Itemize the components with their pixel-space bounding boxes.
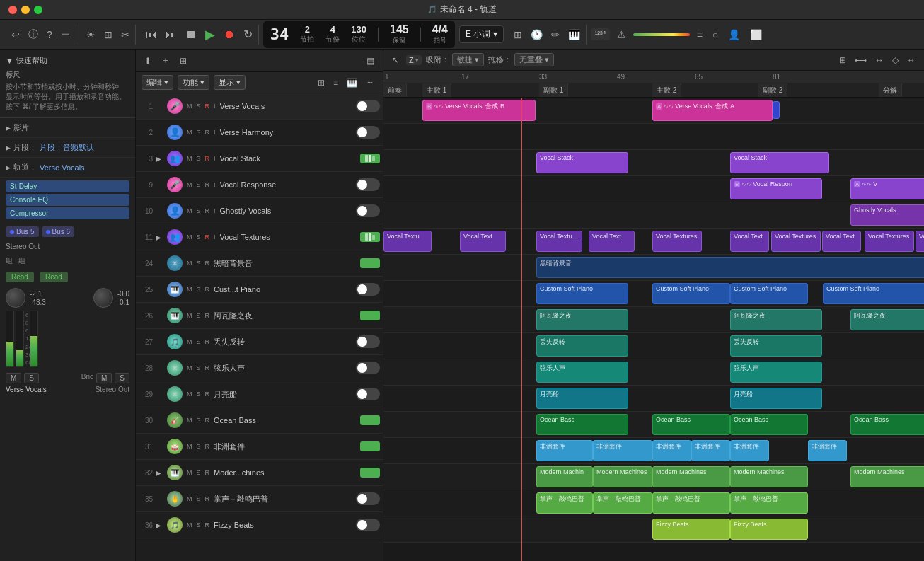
wave-button[interactable]: ～	[363, 75, 377, 90]
mute-btn-9[interactable]: M	[185, 180, 194, 189]
clip-africa-5[interactable]: 非洲套件	[730, 440, 769, 461]
clip-modern-2[interactable]: Modern Machines	[593, 466, 652, 487]
track-toggle-1[interactable]	[356, 100, 380, 112]
clip-string-voice-1[interactable]: 弦乐人声	[536, 362, 628, 383]
clip-fizzy-1[interactable]: Fizzy Beats	[652, 519, 730, 540]
mute-btn-32[interactable]: M	[185, 468, 194, 477]
pencil-icon[interactable]: ✏	[548, 28, 562, 42]
clip-vocal-response-2[interactable]: A ∿∿ V	[850, 178, 924, 199]
clip-lost-reverse-1[interactable]: 丢失反转	[536, 335, 628, 357]
solo-btn-29[interactable]: S	[195, 390, 202, 398]
clip-africa-4[interactable]: 非洲套件	[691, 440, 730, 461]
mute-btn-2[interactable]: M	[185, 128, 194, 137]
clip-clap-1[interactable]: 掌声－敲鸣巴普	[536, 492, 593, 514]
solo-btn-25[interactable]: S	[195, 285, 202, 294]
track-toggle-2[interactable]	[356, 126, 380, 139]
input-btn-11[interactable]: I	[212, 233, 217, 241]
forward-button[interactable]: ⏭	[163, 27, 180, 42]
clip-moon-ship-1[interactable]: 月亮船	[536, 388, 628, 409]
clip-clap-4[interactable]: 掌声－敲鸣巴普	[730, 492, 808, 514]
clip-modern-3[interactable]: Modern Machines	[652, 466, 730, 487]
clip-vocal-stack-1[interactable]: Vocal Stack	[536, 152, 628, 173]
list-icon[interactable]: ≡	[694, 28, 705, 42]
clip-africa-2[interactable]: 非洲套件	[593, 440, 652, 461]
piano-icon[interactable]: 🎹	[565, 28, 583, 42]
mute-btn-28[interactable]: M	[185, 364, 194, 372]
track-toggle-28[interactable]	[356, 362, 380, 374]
clip-africa-6[interactable]: 非洲套件	[808, 440, 847, 461]
clip-avalon-3[interactable]: 阿瓦隆之夜	[850, 309, 924, 330]
clip-ocean-bass-1[interactable]: Ocean Bass	[536, 414, 628, 435]
mute-btn-27[interactable]: M	[185, 337, 194, 346]
clip-clap-3[interactable]: 掌声－敲鸣巴普	[652, 492, 730, 514]
zoom-reset-button[interactable]: ◇	[889, 54, 901, 66]
clip-ocean-bass-2[interactable]: Ocean Bass	[652, 414, 730, 435]
scissors-icon[interactable]: ✂	[118, 28, 132, 42]
clip-modern-4[interactable]: Modern Machines	[730, 466, 808, 487]
record-btn-30[interactable]: R	[204, 416, 212, 424]
solo-btn-28[interactable]: S	[195, 364, 202, 372]
record-btn-2[interactable]: R	[204, 128, 212, 137]
track-toggle-25[interactable]	[356, 283, 380, 296]
scroll-button[interactable]: ↔	[904, 54, 918, 66]
brightness-icon[interactable]: ☀	[83, 28, 98, 42]
track-toggle-35[interactable]	[356, 492, 380, 505]
clip-vocal-textures-1[interactable]: Vocal Textu	[383, 231, 432, 252]
functions-dropdown[interactable]: 功能 ▾	[178, 75, 209, 90]
warning-icon[interactable]: ⚠	[614, 28, 629, 42]
stop-button[interactable]: ⏹	[183, 27, 200, 42]
record-btn-10[interactable]: R	[204, 207, 212, 215]
clip-vocal-textures-5[interactable]: Vocal Textures	[652, 231, 702, 252]
input-btn-3[interactable]: I	[212, 154, 217, 163]
mute-btn-30[interactable]: M	[185, 416, 194, 424]
record-button[interactable]: ⏺	[221, 27, 238, 42]
solo-btn-30[interactable]: S	[195, 416, 202, 424]
solo-btn-2[interactable]: S	[195, 128, 202, 137]
clip-vocal-textures-10[interactable]: Vocal Text	[916, 231, 924, 252]
record-btn-24[interactable]: R	[204, 259, 212, 267]
record-btn-1[interactable]: R	[204, 102, 212, 110]
loop-button[interactable]: ↻	[241, 26, 255, 42]
clip-string-voice-2[interactable]: 弦乐人声	[730, 362, 822, 383]
quick-help-title[interactable]: ▼ 快速帮助	[6, 55, 129, 66]
record-btn-9[interactable]: R	[204, 180, 212, 189]
window-controls[interactable]	[8, 6, 42, 14]
volume-slider[interactable]	[633, 33, 690, 36]
drag-value[interactable]: 无重叠 ▾	[514, 53, 554, 66]
search-icon[interactable]: ○	[710, 28, 721, 42]
track-view-button[interactable]: ▤	[364, 54, 377, 67]
record-btn-25[interactable]: R	[204, 285, 212, 294]
key-display[interactable]: E 小调 ▾	[459, 25, 504, 43]
mute-button-1[interactable]: M	[6, 373, 21, 383]
segment-section[interactable]: ▶ 片段：片段：音频默认	[0, 138, 135, 158]
clip-piano-3[interactable]: Custom Soft Piano	[730, 283, 808, 304]
clip-africa-3[interactable]: 非洲套件	[652, 440, 691, 461]
info-icon[interactable]: ⓘ	[25, 27, 41, 42]
mute-btn-24[interactable]: M	[185, 259, 194, 267]
clip-clap-2[interactable]: 掌声－敲鸣巴普	[593, 492, 652, 514]
solo-btn-10[interactable]: S	[195, 207, 202, 215]
editors-dropdown[interactable]: 编辑 ▾	[142, 75, 173, 90]
view-dropdown[interactable]: 显示 ▾	[214, 75, 246, 90]
track-toggle-27[interactable]	[356, 335, 380, 348]
mute-btn-31[interactable]: M	[185, 442, 194, 451]
plugin-st-delay[interactable]: St-Delay	[6, 180, 129, 192]
zoom-out-button[interactable]: ↔	[872, 54, 887, 66]
clip-verse-vocals-2[interactable]: A ∿∿ Verse Vocals: 合成 A	[652, 100, 773, 121]
solo-btn-26[interactable]: S	[195, 311, 202, 320]
mute-btn-26[interactable]: M	[185, 311, 194, 320]
mute-btn-1[interactable]: M	[185, 102, 194, 110]
plugin-compressor[interactable]: Compressor	[6, 207, 129, 219]
mute-btn-25[interactable]: M	[185, 285, 194, 294]
input-btn-2[interactable]: I	[212, 128, 217, 137]
clip-piano-1[interactable]: Custom Soft Piano	[536, 283, 628, 304]
solo-btn-3[interactable]: S	[195, 154, 202, 163]
solo-button-1[interactable]: S	[24, 373, 39, 383]
maximize-button[interactable]	[34, 6, 42, 14]
mute-btn-10[interactable]: M	[185, 207, 194, 215]
clip-vocal-textures-3[interactable]: Vocal Textures	[536, 231, 582, 252]
clip-vocal-textures-2[interactable]: Vocal Text	[460, 231, 506, 252]
clip-modern-5[interactable]: Modern Machines	[850, 466, 924, 487]
mute-btn-35[interactable]: M	[185, 495, 194, 503]
input-btn-10[interactable]: I	[212, 207, 217, 215]
